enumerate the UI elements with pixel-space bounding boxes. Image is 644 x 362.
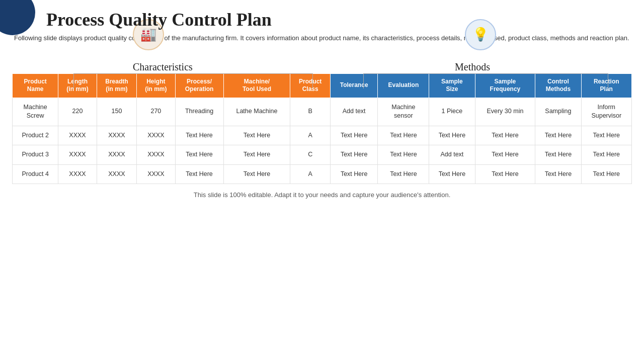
table-cell: XXXX xyxy=(97,145,136,165)
table-row: Product 2XXXXXXXXXXXXText HereText HereA… xyxy=(13,126,632,145)
table-cell: Text Here xyxy=(535,164,581,184)
table-cell: Every 30 min xyxy=(475,98,535,126)
table-cell: Add text xyxy=(429,145,475,165)
page-title: Process Quality Control Plan xyxy=(46,9,272,30)
table-cell: XXXX xyxy=(137,145,175,165)
table-cell: XXXX xyxy=(58,164,97,184)
header-row: Process Quality Control Plan xyxy=(12,9,632,30)
table-row: MachineScrew220150270ThreadingLathe Mach… xyxy=(13,98,632,126)
table-cell: Text Here xyxy=(429,126,475,145)
table-cell: 220 xyxy=(58,98,97,126)
table-cell: Text Here xyxy=(581,126,631,145)
table-cell: Add text xyxy=(330,98,378,126)
table-cell: 1 Piece xyxy=(429,98,475,126)
table-cell: MachineScrew xyxy=(13,98,58,126)
table-row: Product 4XXXXXXXXXXXXText HereText HereA… xyxy=(13,164,632,184)
subtitle: Following slide displays product quality… xyxy=(12,33,632,43)
table-cell: XXXX xyxy=(58,126,97,145)
table-cell: Text Here xyxy=(330,145,378,165)
table-cell: Text Here xyxy=(429,164,475,184)
table-cell: A xyxy=(290,126,330,145)
table-cell: XXXX xyxy=(97,164,136,184)
page: Process Quality Control Plan Following s… xyxy=(0,0,644,362)
table-cell: 270 xyxy=(137,98,175,126)
methods-bracket xyxy=(363,73,608,88)
table-cell: Text Here xyxy=(223,164,290,184)
table-cell: InformSupervisor xyxy=(581,98,631,126)
table-cell: Text Here xyxy=(223,126,290,145)
methods-label: Methods xyxy=(455,61,490,73)
table-cell: Text Here xyxy=(535,126,581,145)
table-cell: Text Here xyxy=(535,145,581,165)
table-cell: Text Here xyxy=(378,145,429,165)
table-cell: Text Here xyxy=(175,145,223,165)
table-cell: XXXX xyxy=(137,164,175,184)
table-cell: Product 2 xyxy=(13,126,58,145)
table-cell: XXXX xyxy=(58,145,97,165)
table-cell: Text Here xyxy=(330,164,378,184)
table-cell: B xyxy=(290,98,330,126)
table-cell: C xyxy=(290,145,330,165)
table-row: Product 3XXXXXXXXXXXXText HereText HereC… xyxy=(13,145,632,165)
table-cell: Text Here xyxy=(223,145,290,165)
table-cell: Text Here xyxy=(475,126,535,145)
table-cell: Text Here xyxy=(378,164,429,184)
table-cell: Text Here xyxy=(175,164,223,184)
table-cell: Text Here xyxy=(475,164,535,184)
table-cell: Product 3 xyxy=(13,145,58,165)
header-product-name: ProductName xyxy=(13,73,58,98)
table-cell: Machinesensor xyxy=(378,98,429,126)
footer-text: This slide is 100% editable. Adapt it to… xyxy=(12,191,632,199)
table-cell: Sampling xyxy=(535,98,581,126)
table-cell: 150 xyxy=(97,98,136,126)
table-cell: Text Here xyxy=(175,126,223,145)
table-cell: A xyxy=(290,164,330,184)
table-cell: XXXX xyxy=(97,126,136,145)
table-cell: Text Here xyxy=(581,164,631,184)
characteristics-label: Characteristics xyxy=(133,61,193,73)
table-container: 🏭 💡 Characteristics Methods ProductName … xyxy=(12,73,632,185)
table-cell: Text Here xyxy=(475,145,535,165)
table-cell: Product 4 xyxy=(13,164,58,184)
table-cell: XXXX xyxy=(137,126,175,145)
table-cell: Threading xyxy=(175,98,223,126)
table-cell: Text Here xyxy=(330,126,378,145)
quality-control-table: ProductName Length(in mm) Breadth(in mm)… xyxy=(12,73,632,185)
table-cell: Text Here xyxy=(581,145,631,165)
table-cell: Lathe Machine xyxy=(223,98,290,126)
table-cell: Text Here xyxy=(378,126,429,145)
characteristics-bracket xyxy=(73,73,313,88)
